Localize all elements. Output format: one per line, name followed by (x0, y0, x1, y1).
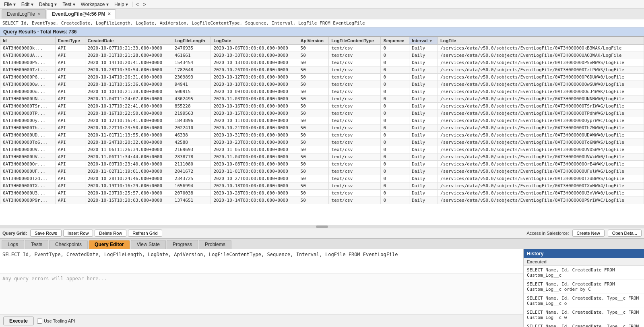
table-cell: 2020-10-11T10:15:36.000+0000 (85, 81, 172, 88)
table-row[interactable]: 0AT3H000000Oy...API2020-10-12T10:16:41.0… (0, 117, 644, 124)
menu-edit[interactable]: Edit ▾ (19, 1, 36, 8)
table-row[interactable]: 0AT3H000000UV...API2020-11-06T11:26:34.0… (0, 146, 644, 153)
scroll-hint[interactable] (0, 225, 644, 228)
table-cell: Daily (409, 139, 438, 146)
table-cell: 2020-10-23T00:00:00.000+0000 (211, 139, 298, 146)
table-row[interactable]: 0AT3H000000P6...API2020-10-14T10:26:31.0… (0, 74, 644, 81)
table-cell: /services/data/v50.0/sobjects/EventLogFi… (438, 74, 644, 81)
table-row[interactable]: 0AT3H000000U3...API2020-10-29T10:25:57.0… (0, 190, 644, 197)
col-apiversion[interactable]: ApiVersion (298, 37, 329, 45)
history-item[interactable]: SELECT Name, Id, CreatedDate, Type__c FR… (524, 294, 644, 308)
tab-tests[interactable]: Tests (25, 240, 48, 249)
table-row[interactable]: 0AT3H000000Ow...API2020-10-11T10:15:36.0… (0, 81, 644, 88)
table-cell: Daily (409, 182, 438, 190)
table-cell: Daily (409, 117, 438, 124)
table-cell: 0AT3H00000Ok... (0, 45, 56, 52)
table-row[interactable]: 0AT3H000000Ou...API2020-10-10T10:21:38.0… (0, 88, 644, 95)
table-row[interactable]: 0AT3H00000Ok...API2020-10-07T10:21:33.00… (0, 45, 644, 52)
col-sequence[interactable]: Sequence (381, 37, 409, 45)
menu-back[interactable]: < (134, 1, 140, 8)
bottom-tab-bar: Logs Tests Checkpoints Query Editor View… (0, 239, 644, 249)
table-row[interactable]: 0AT3H000000UN...API2020-11-04T11:24:07.0… (0, 95, 644, 103)
tab-view-state[interactable]: View State (131, 240, 166, 249)
col-createddate[interactable]: CreatedDate (85, 37, 172, 45)
menu-test[interactable]: Test ▾ (60, 1, 77, 8)
table-cell: API (55, 146, 85, 153)
history-item[interactable]: SELECT Name, Id, CreatedDate FROM Custom… (524, 280, 644, 294)
history-item[interactable]: SELECT Name, Id, CreatedDate, Type__c FR… (524, 322, 644, 327)
table-cell: /services/data/v50.0/sobjects/EventLogFi… (438, 52, 644, 59)
col-logfilelength[interactable]: LogFileLength (172, 37, 211, 45)
table-cell: 2020-10-29T10:25:57.000+0000 (85, 190, 172, 197)
table-cell: Daily (409, 175, 438, 182)
save-rows-button[interactable]: Save Rows (30, 230, 62, 237)
table-row[interactable]: 0AT3H000000TSr...API2020-10-17T10:22:41.… (0, 103, 644, 110)
tab-checkpoints[interactable]: Checkpoints (49, 240, 88, 249)
table-cell: Daily (409, 161, 438, 168)
table-cell: 2020-10-16T00:00:00.000+0000 (211, 103, 298, 110)
tab-logs[interactable]: Logs (2, 240, 24, 249)
table-row[interactable]: 0AT3H000000Th...API2020-10-22T10:23:50.0… (0, 124, 644, 132)
col-id[interactable]: Id (0, 37, 56, 45)
table-row[interactable]: 0AT3H000000TP...API2020-10-16T10:22:50.0… (0, 110, 644, 117)
table-row[interactable]: 0AT3H000000Or...API2020-10-09T10:23:40.0… (0, 161, 644, 168)
col-interval[interactable]: Interval ▼ (409, 37, 438, 45)
menu-separator (132, 2, 132, 7)
delete-row-button[interactable]: Delete Row (95, 230, 126, 237)
tooling-api-option[interactable]: Use Tooling API (37, 319, 75, 324)
table-row[interactable]: 0AT3H000000Tzd...API2020-10-28T10:24:46.… (0, 175, 644, 182)
tab-eventlogfile[interactable]: EventLogFile ✕ (2, 9, 46, 19)
tab-close-2[interactable]: ✕ (107, 12, 111, 16)
menu-workspace[interactable]: Workspace ▾ (78, 1, 111, 8)
table-cell: 0 (381, 74, 409, 81)
history-panel: History Executed SELECT Name, Id, Create… (523, 249, 644, 327)
table-cell: /services/data/v50.0/sobjects/EventLogFi… (438, 153, 644, 161)
create-new-button[interactable]: Create New (572, 230, 605, 237)
table-cell: text/csv (329, 132, 381, 139)
access-label: Access in Salesforce: (526, 231, 569, 236)
table-cell: 0AT3H000000TX... (0, 182, 56, 190)
table-row[interactable]: 0AT3H000000UF...API2020-11-02T11:19:01.0… (0, 168, 644, 175)
execute-button[interactable]: Execute (3, 317, 34, 325)
menu-debug[interactable]: Debug ▾ (37, 1, 60, 8)
tab-query-editor[interactable]: Query Editor (89, 240, 130, 249)
table-row[interactable]: 0AT3H000000P5...API2020-10-14T10:20:41.0… (0, 59, 644, 66)
refresh-grid-button[interactable]: Refresh Grid (128, 230, 162, 237)
table-cell: 2020-11-02T11:19:01.000+0000 (85, 168, 172, 175)
history-item[interactable]: SELECT Name, Id, CreatedDate FROM Custom… (524, 266, 644, 280)
table-row[interactable]: 0AT3H000000P9r...API2020-10-15T10:20:03.… (0, 197, 644, 204)
tab-close-1[interactable]: ✕ (37, 12, 41, 17)
tooling-checkbox[interactable] (37, 319, 42, 324)
table-row[interactable]: 0AT3H000000TX...API2020-10-19T10:16:29.0… (0, 182, 644, 190)
table-row[interactable]: 0AT3H000000UD...API2020-11-01T11:13:55.0… (0, 132, 644, 139)
open-detail-button[interactable]: Open Deta... (608, 230, 642, 237)
table-row[interactable]: 0AT3H00000UA...API2020-10-31T10:21:28.00… (0, 52, 644, 59)
query-text-display[interactable]: SELECT Id, EventType, CreatedDate, LogFi… (0, 249, 523, 273)
table-row[interactable]: 0AT3H000000To6...API2020-10-24T10:20:32.… (0, 139, 644, 146)
table-row[interactable]: 0AT3H000000Tzt...API2020-10-28T10:30:54.… (0, 66, 644, 74)
col-logdate[interactable]: LogDate (211, 37, 298, 45)
insert-row-button[interactable]: Insert Row (63, 230, 93, 237)
table-cell: 2020-10-17T10:22:41.000+0000 (85, 103, 172, 110)
table-cell: text/csv (329, 190, 381, 197)
col-logfile[interactable]: LogFile (438, 37, 644, 45)
tab-problems[interactable]: Problems (199, 240, 231, 249)
tab-eventlogfile-active[interactable]: EventLogFile@4:56 PM ✕ (47, 9, 116, 19)
col-logfilecontenttype[interactable]: LogFileContentType (329, 37, 381, 45)
table-cell: 50 (298, 190, 329, 197)
table-cell: text/csv (329, 66, 381, 74)
menu-file[interactable]: File ▾ (2, 1, 18, 8)
table-cell: text/csv (329, 197, 381, 204)
table-cell: 2020-10-26T00:00:00.000+0000 (211, 66, 298, 74)
table-cell: 2020-11-03T00:00:00.000+0000 (211, 95, 298, 103)
table-row[interactable]: 0AT3H000000UV...API2020-11-06T11:34:44.0… (0, 153, 644, 161)
table-cell: API (55, 175, 85, 182)
table-cell: /services/data/v50.0/sobjects/EventLogFi… (438, 190, 644, 197)
menu-help[interactable]: Help ▾ (112, 1, 130, 8)
col-eventtype[interactable]: EventType (55, 37, 85, 45)
menu-forward[interactable]: > (141, 1, 148, 8)
table-cell: 2020-10-12T00:00:00.000+0000 (211, 74, 298, 81)
table-container[interactable]: Id EventType CreatedDate LogFileLength L… (0, 37, 644, 225)
tab-progress[interactable]: Progress (167, 240, 198, 249)
history-item[interactable]: SELECT Name, Id, CreatedDate, Type__c FR… (524, 308, 644, 322)
